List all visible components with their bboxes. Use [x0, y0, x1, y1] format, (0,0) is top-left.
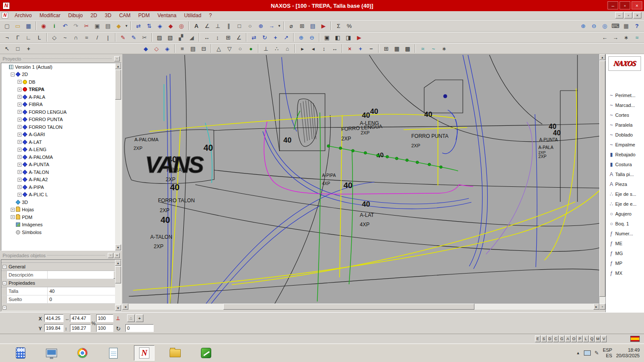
tree-item-a-plic-l[interactable]: +A-PLIC L: [1, 191, 121, 199]
stitch-point[interactable]: [339, 147, 342, 149]
tree-expander-plus[interactable]: +: [18, 118, 21, 122]
rotate-icon[interactable]: ↻: [259, 33, 270, 42]
tree-item-im-genes[interactable]: Imágenes: [1, 221, 121, 229]
diamond-red-tool-icon[interactable]: ◆: [165, 21, 176, 30]
tree-item-a-leng[interactable]: +A-LENG: [1, 146, 121, 154]
resize-horizontal-icon[interactable]: ↔: [329, 44, 340, 53]
scrollbar-corner-button[interactable]: +: [599, 304, 605, 310]
grid-dense-icon[interactable]: ▩: [402, 44, 413, 53]
triangle-up-icon[interactable]: △: [213, 44, 224, 53]
wave-cyan-icon[interactable]: ≈: [417, 44, 428, 53]
scrollbar-thumb[interactable]: [115, 70, 121, 100]
mode-letter-g[interactable]: G: [559, 335, 565, 342]
zoom-window-icon[interactable]: ◎: [599, 21, 610, 30]
redo-icon[interactable]: ↷: [70, 21, 81, 30]
tree-item-a-talon[interactable]: +A-TALON: [1, 168, 121, 176]
tree-expander-plus[interactable]: +: [18, 80, 21, 84]
sheets-icon[interactable]: ▤: [103, 21, 113, 30]
tree-item-a-pipa[interactable]: +A-PIPA: [1, 183, 121, 191]
flag-red-icon[interactable]: ▶: [354, 33, 365, 42]
minus-icon[interactable]: −: [366, 44, 377, 53]
scale-x-field[interactable]: 100: [96, 314, 113, 322]
triangle-corner-icon[interactable]: ◢: [186, 33, 197, 42]
taskbar-file-explorer-button[interactable]: [41, 345, 62, 361]
stitch-point[interactable]: [395, 157, 398, 160]
mode-letter-a[interactable]: A: [565, 335, 571, 342]
scroll-up-button[interactable]: ▲: [115, 63, 121, 69]
tree-expander-minus[interactable]: −: [11, 73, 15, 76]
diameter-icon[interactable]: ⌀: [286, 21, 297, 30]
info-icon[interactable]: i: [49, 21, 60, 30]
fill-icon[interactable]: ◆: [113, 21, 124, 30]
tree-expander-plus[interactable]: +: [18, 133, 21, 137]
scrollbar-thumb[interactable]: [599, 61, 605, 297]
menu-utilidad[interactable]: Utilidad: [180, 12, 205, 19]
restore-panel-button[interactable]: ▫: [108, 253, 113, 258]
tree-expander-plus[interactable]: +: [18, 103, 21, 106]
triangle-down-icon[interactable]: ▽: [224, 44, 235, 53]
cell-right-icon[interactable]: ◨: [343, 33, 354, 42]
select-cursor-icon[interactable]: ↖: [2, 44, 12, 53]
mode-letter-d[interactable]: D: [547, 335, 553, 342]
tree-expander-plus[interactable]: +: [18, 163, 21, 167]
wave-icon[interactable]: ≈: [81, 33, 92, 42]
tool-paralela[interactable]: ~Paralela: [606, 120, 644, 130]
grid-mode-button[interactable]: +: [136, 314, 143, 322]
scroll-down-button[interactable]: ▼: [115, 244, 121, 250]
tree-expander-plus[interactable]: +: [11, 208, 15, 212]
workgroup-icon[interactable]: ◉: [38, 21, 49, 30]
tree-expander-plus[interactable]: +: [18, 110, 21, 114]
line-diagonal-icon[interactable]: /: [92, 33, 103, 42]
taskbar-text-editor-button[interactable]: [103, 345, 124, 361]
tree-expander-plus[interactable]: +: [18, 148, 21, 152]
add-node-icon[interactable]: +: [23, 44, 34, 53]
select-box-icon[interactable]: □: [12, 44, 23, 53]
diamond-half-icon[interactable]: ◈: [162, 44, 173, 53]
property-value-field[interactable]: [48, 271, 113, 279]
asterisk-icon[interactable]: ∗: [439, 44, 450, 53]
dimension-horizontal-icon[interactable]: ↔: [201, 33, 212, 42]
dropdown-icon[interactable]: ▾: [277, 21, 282, 30]
cell-icon[interactable]: ▣: [322, 33, 332, 42]
keyboard-icon[interactable]: ⌨: [610, 21, 621, 30]
circle-icon[interactable]: ○: [245, 21, 255, 30]
properties-scrollbar[interactable]: ▲ ▼: [115, 260, 121, 311]
tree-item-2d[interactable]: −2D: [1, 71, 121, 79]
diamond-fill-icon[interactable]: ◆: [140, 44, 151, 53]
bounding-box-icon[interactable]: ⊞: [223, 33, 234, 42]
lock-scale-icon[interactable]: ⊥: [116, 316, 120, 321]
tree-expander-plus[interactable]: +: [11, 215, 15, 219]
cell-left-icon[interactable]: ◧: [332, 33, 343, 42]
tool-empalme[interactable]: ~Empalme: [606, 140, 644, 149]
nudge-left-icon[interactable]: ◂: [308, 44, 319, 53]
close-child-button[interactable]: ×: [633, 12, 641, 18]
columns-icon[interactable]: ⊟: [198, 44, 209, 53]
dock-button[interactable]: ▫: [114, 56, 120, 61]
tree-expander-plus[interactable]: +: [18, 95, 21, 99]
tool-eje-de-e[interactable]: ∴Eje de e...: [606, 199, 644, 209]
tree-expander-plus[interactable]: +: [18, 178, 21, 182]
zoom-near-icon[interactable]: ⊕: [296, 33, 307, 42]
menu-3d[interactable]: 3D: [101, 12, 115, 19]
menu-[interactable]: ?: [205, 12, 216, 19]
dimension-vertical-icon[interactable]: ↕: [212, 33, 223, 42]
tool-cortes[interactable]: ~Cortes: [606, 110, 644, 120]
tool-pieza[interactable]: APieza: [606, 179, 644, 189]
corner-square-icon[interactable]: ∟: [23, 33, 34, 42]
layers-icon[interactable]: ▤: [307, 21, 318, 30]
menu-cam[interactable]: CAM: [115, 12, 134, 19]
swap-horizontal-icon[interactable]: ⇄: [133, 21, 144, 30]
stitch-point[interactable]: [352, 149, 354, 152]
remove-icon[interactable]: ×: [344, 44, 355, 53]
tree-expander-plus[interactable]: +: [18, 125, 21, 129]
equal-spacing-icon[interactable]: ≡: [177, 44, 188, 53]
corner-chamfer-icon[interactable]: Γ: [12, 33, 23, 42]
menu-pdm[interactable]: PDM: [134, 12, 154, 19]
taskbar-calculator-button[interactable]: [10, 345, 31, 361]
mode-letter-p[interactable]: P: [577, 335, 583, 342]
hatch-alt-icon[interactable]: ▧: [165, 33, 176, 42]
scissors-icon[interactable]: ✂: [139, 33, 150, 42]
menu-modificar[interactable]: Modificar: [36, 12, 64, 19]
polyline-icon[interactable]: ◇: [49, 33, 60, 42]
tilde-icon[interactable]: ~: [428, 44, 439, 53]
